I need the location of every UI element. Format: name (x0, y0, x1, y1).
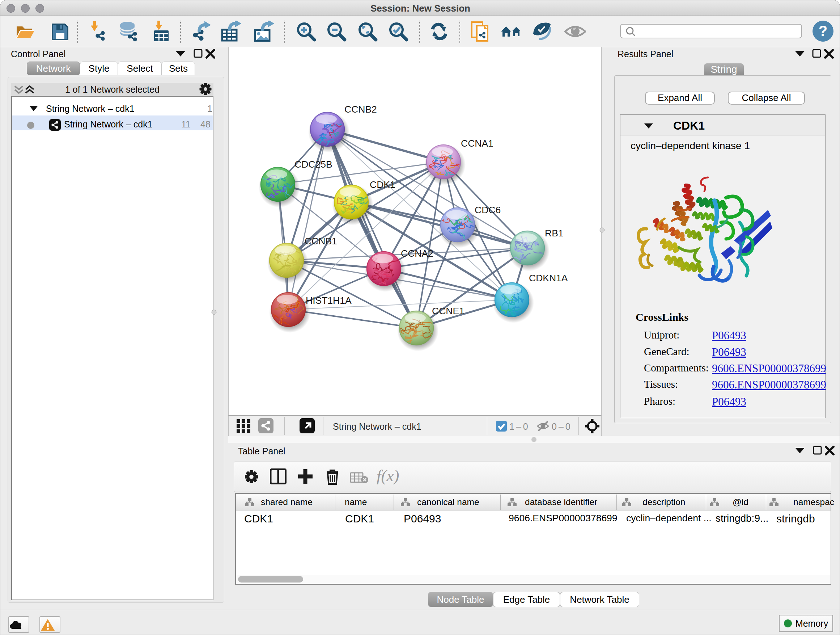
svg-text:CDKN1A: CDKN1A (529, 272, 568, 283)
svg-text:CDC25B: CDC25B (294, 159, 332, 170)
svg-text:CCNA1: CCNA1 (461, 138, 493, 149)
svg-text:CDC6: CDC6 (475, 204, 501, 215)
svg-text:CCNB1: CCNB1 (305, 236, 337, 247)
svg-text:RB1: RB1 (545, 228, 564, 239)
svg-text:CCNA2: CCNA2 (401, 248, 433, 259)
svg-text:CCNE1: CCNE1 (432, 306, 464, 317)
svg-text:CDK1: CDK1 (370, 179, 395, 190)
svg-text:HIST1H1A: HIST1H1A (306, 295, 352, 306)
svg-text:CCNB2: CCNB2 (344, 104, 377, 115)
